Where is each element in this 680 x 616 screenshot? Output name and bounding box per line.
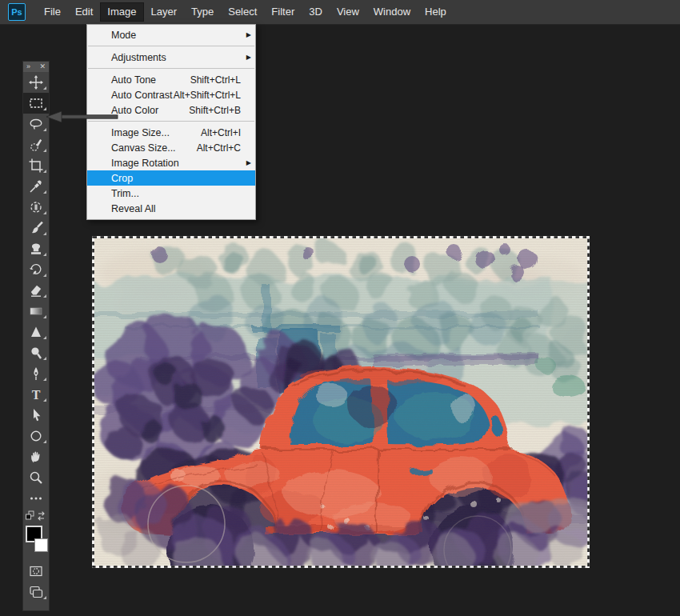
clone-stamp-icon (28, 241, 44, 257)
menu-separator (88, 46, 254, 46)
gradient-icon (28, 303, 44, 319)
shortcut-label: Shift+Ctrl+B (189, 105, 241, 116)
menu-item-canvas-size[interactable]: Canvas Size... Alt+Ctrl+C (87, 140, 255, 155)
tool-quick-mask[interactable] (23, 561, 49, 582)
eraser-icon (28, 282, 44, 298)
color-swatches (23, 524, 49, 561)
document-canvas[interactable] (92, 236, 590, 568)
default-swap-colors[interactable] (23, 509, 49, 523)
tool-sharpen[interactable] (23, 322, 49, 342)
tool-hand[interactable] (23, 446, 49, 467)
photoshop-logo[interactable]: Ps (8, 3, 26, 21)
menu-view[interactable]: View (330, 2, 366, 22)
move-icon (28, 74, 44, 90)
collapse-panel-icon[interactable]: » (26, 62, 30, 72)
tool-clone-stamp[interactable] (23, 238, 49, 259)
shortcut-label: Alt+Ctrl+C (197, 142, 241, 154)
menu-item-trim[interactable]: Trim... (87, 186, 255, 201)
menu-select[interactable]: Select (221, 2, 264, 22)
spot-healing-brush-icon (28, 199, 44, 215)
menu-image[interactable]: Image (100, 2, 143, 22)
tool-dodge[interactable] (23, 342, 49, 363)
swap-colors-icon (25, 510, 47, 522)
eyedropper-icon (28, 178, 44, 194)
submenu-arrow-icon: ▶ (246, 159, 251, 166)
type-icon: T (28, 386, 44, 402)
tool-history-brush[interactable] (23, 259, 49, 280)
screen-mode-icon (28, 584, 44, 600)
menu-item-mode[interactable]: Mode ▶ (87, 27, 255, 42)
tool-path-selection[interactable] (23, 405, 49, 426)
tool-gradient[interactable] (23, 301, 49, 322)
path-selection-icon (28, 407, 44, 423)
rectangular-marquee-icon (28, 95, 44, 111)
tool-zoom[interactable] (23, 467, 49, 488)
menu-item-reveal-all[interactable]: Reveal All (87, 201, 255, 216)
tool-eyedropper[interactable] (23, 176, 49, 197)
close-panel-icon[interactable]: ✕ (39, 62, 46, 72)
tool-brush[interactable] (23, 218, 49, 238)
zoom-icon (28, 470, 44, 486)
menu-file[interactable]: File (37, 2, 68, 22)
menu-item-adjustments[interactable]: Adjustments ▶ (87, 50, 255, 65)
menu-window[interactable]: Window (366, 2, 418, 22)
shortcut-label: Alt+Ctrl+I (201, 127, 241, 138)
tool-quick-selection[interactable] (23, 134, 49, 155)
lasso-icon (28, 116, 44, 132)
ellipse-icon (28, 428, 44, 444)
left-arrow-icon (46, 110, 119, 124)
pen-icon (28, 366, 44, 382)
tool-eraser[interactable] (23, 280, 49, 301)
history-brush-icon (28, 262, 44, 278)
svg-text:T: T (32, 388, 41, 402)
sharpen-icon (28, 324, 44, 340)
menu-separator (88, 68, 254, 69)
tool-ellipse[interactable] (23, 426, 49, 446)
tool-type[interactable]: T (23, 384, 49, 405)
menu-layer[interactable]: Layer (144, 2, 185, 22)
menu-bar: Ps File Edit Image Layer Type Select Fil… (0, 0, 680, 25)
menu-item-auto-contrast[interactable]: Auto Contrast Alt+Shift+Ctrl+L (87, 87, 255, 102)
submenu-arrow-icon: ▶ (246, 31, 251, 38)
menu-item-crop[interactable]: Crop (87, 170, 255, 186)
tool-crop[interactable] (23, 155, 49, 176)
crop-icon (28, 158, 44, 174)
menu-item-image-rotation[interactable]: Image Rotation ▶ (87, 155, 255, 170)
shortcut-label: Shift+Ctrl+L (190, 74, 241, 86)
quick-selection-icon (28, 137, 44, 153)
menu-item-auto-tone[interactable]: Auto Tone Shift+Ctrl+L (87, 72, 255, 87)
menu-type[interactable]: Type (184, 2, 221, 22)
tool-spot-healing-brush[interactable] (23, 197, 49, 218)
submenu-arrow-icon: ▶ (246, 54, 251, 61)
tools-panel-header: » ✕ (23, 62, 49, 72)
tool-edit-toolbar[interactable] (23, 488, 49, 509)
menu-filter[interactable]: Filter (264, 2, 302, 22)
ellipsis-icon (28, 490, 44, 506)
background-color-swatch[interactable] (34, 538, 48, 552)
watercolor-beetle-artwork (92, 236, 590, 568)
tool-pen[interactable] (23, 363, 49, 384)
tool-screen-mode[interactable] (23, 582, 49, 602)
shortcut-label: Alt+Shift+Ctrl+L (174, 90, 241, 101)
tools-panel: » ✕ (22, 61, 50, 611)
dodge-icon (28, 345, 44, 361)
brush-icon (28, 220, 44, 236)
menu-edit[interactable]: Edit (68, 2, 100, 22)
tool-move[interactable] (23, 72, 49, 93)
menu-3d[interactable]: 3D (302, 2, 330, 22)
annotation-arrow (46, 110, 119, 127)
hand-icon (28, 449, 44, 465)
quick-mask-icon (28, 563, 44, 579)
menu-help[interactable]: Help (418, 2, 454, 22)
